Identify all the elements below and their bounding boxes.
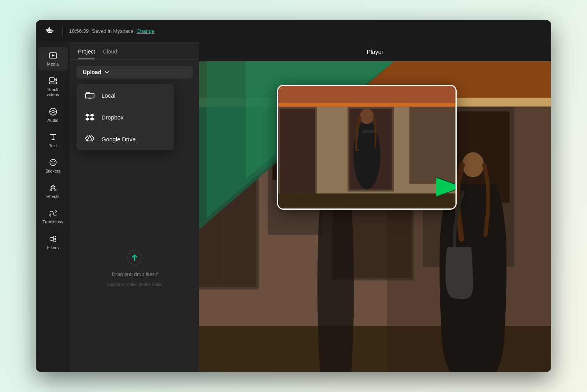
svg-marker-3 [52,54,55,57]
dropdown-menu: Local Dropbox [76,84,174,150]
sidebar-item-stock-videos[interactable]: Stock videos [38,72,68,101]
svg-point-47 [360,109,374,124]
svg-point-7 [52,110,54,113]
sidebar-item-text[interactable]: Text [38,128,68,152]
main-content: Media Stock videos [36,42,551,372]
sidebar-item-stickers-label: Stickers [45,169,60,174]
app-logo [44,25,56,37]
sidebar-item-media[interactable]: Media [38,47,68,71]
sidebar-item-stickers[interactable]: Stickers [38,154,68,178]
player-title: Player [199,42,551,61]
sidebar-item-transitions-label: Transitions [43,219,63,225]
preview-inner-scene [278,86,455,208]
dropdown-item-dropbox[interactable]: Dropbox [76,106,174,128]
audio-icon [48,107,58,116]
svg-rect-26 [199,109,222,287]
stock-videos-icon [48,76,58,86]
stickers-icon [48,158,58,167]
svg-point-9 [50,189,52,191]
dropdown-item-google-drive[interactable]: Google Drive [76,128,174,150]
drop-main-text: Drag and drop files f [112,271,157,277]
svg-point-10 [55,189,56,191]
dropbox-icon [84,112,95,123]
svg-rect-45 [409,107,455,184]
google-drive-icon [84,134,95,144]
svg-point-53 [462,152,484,177]
sidebar-item-filters-label: Filters [47,245,59,250]
change-link[interactable]: Change [137,28,155,34]
svg-rect-16 [86,94,94,98]
svg-rect-1 [48,32,52,33]
save-info: 10:56:39 Saved in Myspace Change [69,28,154,34]
sidebar: Media Stock videos [36,42,70,372]
capcut-logo-icon [44,26,55,37]
drop-sub-text: Supports: video, photo, audio [107,282,162,287]
svg-rect-4 [50,78,54,81]
svg-rect-0 [46,30,54,31]
svg-rect-50 [278,193,455,208]
svg-rect-5 [50,82,57,84]
svg-point-11 [50,237,53,241]
local-icon [84,90,95,101]
svg-rect-41 [297,109,315,193]
tab-cloud[interactable]: Cloud [103,48,117,59]
app-window: 10:56:39 Saved in Myspace Change Media [36,20,551,372]
dropdown-item-local-label: Local [101,92,116,99]
dropdown-item-google-drive-label: Google Drive [101,136,136,143]
timestamp: 10:56:39 [69,28,89,34]
subway-background [199,61,551,372]
sidebar-item-effects[interactable]: Effects [38,179,68,203]
svg-rect-17 [88,98,91,99]
transitions-icon [48,208,58,218]
drop-zone: Drag and drop files f Supports: video, p… [70,163,199,372]
sidebar-item-media-label: Media [47,62,59,67]
upload-chevron-icon [104,69,110,75]
svg-point-8 [50,159,56,166]
filters-icon [48,234,58,244]
svg-point-13 [53,239,56,242]
top-bar-divider [62,27,63,36]
svg-rect-15 [86,92,90,94]
player-preview-card [277,85,457,210]
upload-button[interactable]: Upload [76,66,193,78]
sidebar-item-effects-label: Effects [46,194,59,199]
green-cursor-arrow [436,173,457,201]
save-text: Saved in Myspace [92,28,133,34]
svg-rect-49 [362,130,374,133]
dropdown-item-local[interactable]: Local [76,84,174,106]
svg-rect-37 [278,103,455,107]
sidebar-item-filters[interactable]: Filters [38,230,68,254]
sidebar-item-audio[interactable]: Audio [38,103,68,127]
top-bar: 10:56:39 Saved in Myspace Change [36,20,551,42]
upload-label: Upload [83,69,101,75]
sidebar-item-audio-label: Audio [47,118,58,123]
effects-icon [48,183,58,192]
sidebar-item-stock-videos-label: Stock videos [41,87,65,97]
svg-marker-51 [436,177,457,197]
svg-rect-48 [361,132,375,151]
tab-project[interactable]: Project [78,48,95,59]
dropdown-item-dropbox-label: Dropbox [101,114,124,121]
media-icon [48,51,58,60]
drop-upload-icon [125,248,144,267]
player-area: Player [199,42,551,372]
sidebar-item-text-label: Text [49,143,57,148]
text-icon [48,132,58,142]
svg-rect-27 [222,109,256,287]
svg-point-12 [53,236,56,239]
panel-tabs: Project Cloud [70,42,199,60]
panel-area: Project Cloud Upload [70,42,199,372]
sidebar-item-transitions[interactable]: Transitions [38,205,68,228]
svg-rect-36 [278,86,455,103]
svg-rect-40 [280,109,297,193]
